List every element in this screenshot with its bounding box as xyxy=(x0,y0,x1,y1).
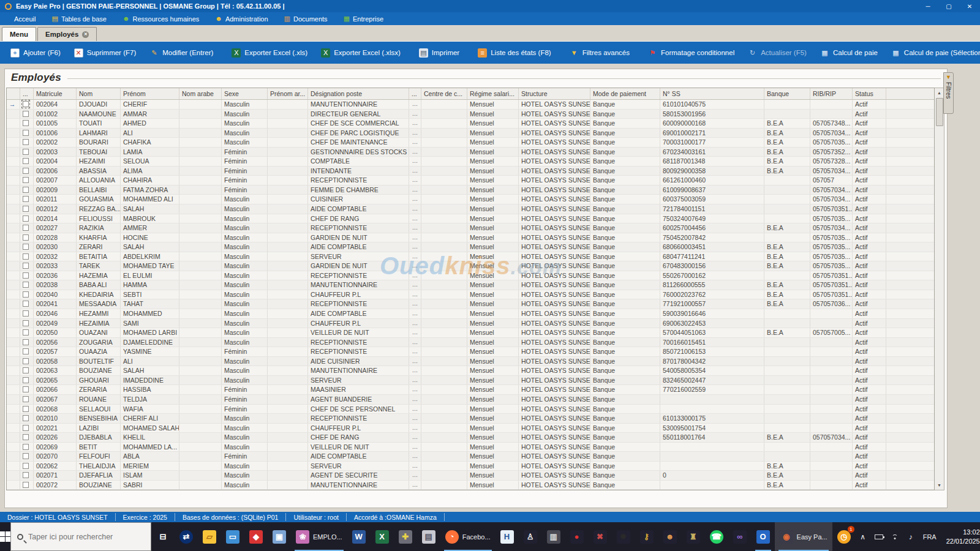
row-checkbox[interactable] xyxy=(23,301,29,307)
row-ellipsis-button[interactable]: ... xyxy=(409,414,421,423)
row-checkbox[interactable] xyxy=(23,244,29,250)
row-ellipsis-button[interactable]: ... xyxy=(409,157,421,166)
scroll-up-icon[interactable]: ▲ xyxy=(935,88,944,97)
laptop-app-taskbar-item[interactable]: ▭ xyxy=(221,522,244,551)
row-checkbox[interactable] xyxy=(23,310,29,317)
file-explorer-taskbar-item[interactable]: ▱ xyxy=(198,522,221,551)
row-ellipsis-button[interactable]: ... xyxy=(409,167,421,176)
personnel-app-taskbar-item[interactable]: ☻ xyxy=(658,522,682,551)
row-checkbox[interactable] xyxy=(23,377,29,383)
row-ellipsis-button[interactable]: ... xyxy=(409,204,421,214)
hospital-app-taskbar-item[interactable]: H xyxy=(496,522,519,551)
row-checkbox[interactable] xyxy=(23,225,29,231)
table-row[interactable]: 002014FELIOUSSIMABROUKMasculinCHEF DE RA… xyxy=(7,214,934,224)
row-checkbox[interactable] xyxy=(23,216,29,222)
close-icon[interactable]: ✕ xyxy=(959,0,980,12)
row-checkbox[interactable] xyxy=(23,149,29,155)
row-ellipsis-button[interactable]: ... xyxy=(409,186,421,195)
imprimer-button[interactable]: ▤Imprimer xyxy=(412,44,466,61)
row-ellipsis-button[interactable]: ... xyxy=(409,424,421,433)
row-checkbox[interactable] xyxy=(23,187,29,193)
row-checkbox[interactable] xyxy=(23,253,29,260)
table-row[interactable]: 002010BENSEBIHIACHERIF ALIMasculinRECEPT… xyxy=(7,414,934,424)
column-header-nom[interactable]: Nom xyxy=(77,88,121,99)
suprimmer-button[interactable]: ✕Suprimmer (F7) xyxy=(67,44,143,61)
row-ellipsis-button[interactable]: ... xyxy=(409,110,421,119)
table-row[interactable]: 002063BOUZIANESALAHMasculinMANUTENTIONNA… xyxy=(7,366,934,376)
table-row[interactable]: 002046HEZAMMIMOHAMMEDMasculinAIDE COMPTA… xyxy=(7,309,934,319)
column-header-nss[interactable]: N° SS xyxy=(660,88,764,99)
table-row[interactable]: 002021LAZIBIMOHAMED SALAHMasculinCHAUFFE… xyxy=(7,424,934,433)
row-checkbox[interactable] xyxy=(23,168,29,174)
calcul-paie-button[interactable]: ▦Calcul de paie xyxy=(813,44,884,61)
row-ellipsis-button[interactable]: ... xyxy=(409,452,421,461)
table-row[interactable]: 002028KHARFIAHOCINEMasculinGARDIEN DE NU… xyxy=(7,233,934,243)
row-ellipsis-button[interactable]: ... xyxy=(409,271,421,280)
table-row[interactable]: 002004HEZAIMISELOUAFémininCOMPTABLE...Me… xyxy=(7,157,934,167)
row-ellipsis-button[interactable]: ... xyxy=(409,138,421,147)
word-taskbar-item[interactable]: W xyxy=(347,522,371,551)
row-ellipsis-button[interactable]: ... xyxy=(409,462,421,471)
table-row[interactable]: 002036HAZEMIAEL EULMIMasculinRECEPTIONNI… xyxy=(7,271,934,281)
row-ellipsis-button[interactable]: ... xyxy=(409,242,421,252)
row-ellipsis-button[interactable]: ... xyxy=(409,338,421,347)
row-ellipsis-button[interactable]: ... xyxy=(409,347,421,356)
clock[interactable]: 13:02 22/01/2025 xyxy=(941,528,980,545)
vertical-scrollbar[interactable]: ▲ ▼ xyxy=(935,88,944,490)
row-checkbox[interactable] xyxy=(23,320,29,326)
row-ellipsis-button[interactable]: ... xyxy=(409,299,421,309)
column-header-chk[interactable]: ... xyxy=(20,88,34,99)
row-checkbox[interactable] xyxy=(23,482,29,488)
row-ellipsis-button[interactable]: ... xyxy=(409,176,421,185)
scrollbar-thumb[interactable] xyxy=(936,98,943,126)
table-row[interactable]: 002032BETAITIAABDELKRIMMasculinSERVEUR..… xyxy=(7,252,934,262)
row-checkbox[interactable] xyxy=(23,386,29,392)
table-row[interactable]: 002066ZERARIAHASSIBAFémininMAASINIER...M… xyxy=(7,385,934,395)
table-row[interactable]: 002007ALLOUANIACHAHIRAFémininRECEPTIONNI… xyxy=(7,176,934,186)
row-checkbox[interactable] xyxy=(23,196,29,202)
notes-app-taskbar-item[interactable]: ▤ xyxy=(417,522,440,551)
row-checkbox[interactable] xyxy=(23,425,29,431)
row-ellipsis-button[interactable]: ... xyxy=(409,290,421,299)
column-header-nomar[interactable]: Nom arabe xyxy=(179,88,222,99)
actualiser-button[interactable]: ↻Actualiser (F5) xyxy=(741,44,813,61)
table-row[interactable]: 002012REZZAG BA...SALAHMasculinAIDE COMP… xyxy=(7,204,934,214)
row-ellipsis-button[interactable]: ... xyxy=(409,280,421,290)
table-row[interactable]: 002069BETITMOHAMMED LA...MasculinVEILLEU… xyxy=(7,443,934,452)
table-row[interactable]: 002057OUAAZIAYASMINEFémininRECEPTIONNIST… xyxy=(7,347,934,357)
row-checkbox[interactable] xyxy=(23,339,29,345)
row-checkbox[interactable] xyxy=(23,444,29,450)
table-row[interactable]: 002040KHEDAIRIASEBTIMasculinCHAUFFEUR P.… xyxy=(7,290,934,300)
row-ellipsis-button[interactable]: ... xyxy=(409,328,421,337)
table-row[interactable]: 002068SELLAOUIWAFIAFémininCHEF DE SCE PE… xyxy=(7,405,934,414)
whatsapp-taskbar-item[interactable]: ☎ xyxy=(705,522,728,551)
table-row[interactable]: 002002BOURARICHAFIKAMasculinCHEF DE MAIN… xyxy=(7,138,934,148)
bank-app-taskbar-item[interactable]: ♜ xyxy=(682,522,705,551)
clock-app-taskbar-item[interactable]: ◷1 xyxy=(832,522,856,551)
column-header-dots[interactable]: ... xyxy=(409,88,421,99)
row-checkbox[interactable] xyxy=(23,329,29,335)
row-ellipsis-button[interactable]: ... xyxy=(409,319,421,328)
row-ellipsis-button[interactable]: ... xyxy=(409,261,421,271)
menu-item-documents[interactable]: ▥Documents xyxy=(276,12,336,25)
table-row[interactable]: 002058BOUTELTIFALIMasculinAIDE CUISINIER… xyxy=(7,357,934,367)
menu-item-acceuil[interactable]: Acceuil xyxy=(6,12,43,25)
table-row[interactable]: 001006LAHMARIALIMasculinCHEF DE PARC LOG… xyxy=(7,129,934,138)
column-header-regime[interactable]: Régime salari... xyxy=(467,88,519,99)
row-checkbox[interactable] xyxy=(23,101,29,107)
filters-side-tab[interactable]: ▼ Filtres xyxy=(943,72,954,114)
column-header-rib[interactable]: RIB/RIP xyxy=(810,88,853,99)
opera-taskbar-item[interactable]: O xyxy=(752,522,775,551)
row-ellipsis-button[interactable]: ... xyxy=(409,148,421,157)
row-ellipsis-button[interactable]: ... xyxy=(409,376,421,385)
formatage-button[interactable]: ⚑Formatage conditionnel xyxy=(641,44,741,61)
table-row[interactable]: 002027RAZIKIAAMMERMasculinRECEPTIONNISTE… xyxy=(7,223,934,233)
row-checkbox[interactable] xyxy=(23,291,29,298)
row-ellipsis-button[interactable]: ... xyxy=(409,395,421,404)
row-checkbox[interactable] xyxy=(23,367,29,373)
column-header-filler[interactable] xyxy=(886,88,935,99)
taskbar-search[interactable] xyxy=(10,522,151,551)
easy-paie-task-taskbar-item[interactable]: ◉Easy Pa... xyxy=(775,522,832,551)
modifier-button[interactable]: ✎Modifier (Entrer) xyxy=(143,44,220,61)
gears-app-taskbar-item[interactable]: ✹ xyxy=(612,522,635,551)
